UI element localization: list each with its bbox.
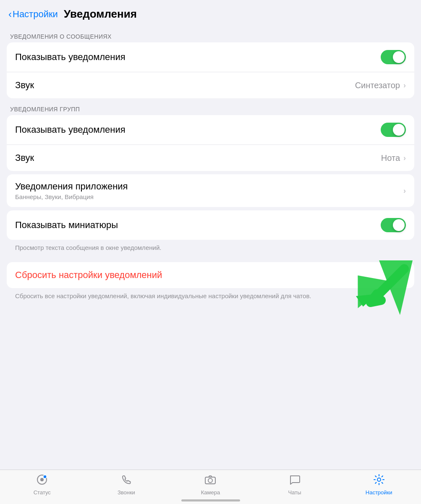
svg-point-8 (377, 478, 381, 481)
show-notifications-messages-toggle[interactable] (381, 50, 406, 64)
tab-settings[interactable]: Настройки (337, 473, 421, 496)
reset-card: Сбросить настройки уведомлений (7, 262, 414, 288)
home-indicator (181, 499, 240, 501)
sound-groups-row[interactable]: Звук Нота › (7, 145, 414, 171)
sound-messages-label: Звук (15, 80, 34, 91)
sound-messages-right: Синтезатор › (355, 81, 406, 90)
sound-groups-right: Нота › (381, 153, 406, 163)
tab-chats-label: Чаты (288, 489, 301, 496)
toggle-knob-2 (393, 124, 405, 136)
sound-messages-row[interactable]: Звук Синтезатор › (7, 72, 414, 98)
header: ‹ Настройки Уведомления (0, 0, 421, 25)
chats-icon (288, 473, 301, 488)
sound-messages-value: Синтезатор (355, 81, 400, 90)
back-chevron-icon: ‹ (8, 9, 12, 19)
show-thumbnails-toggle[interactable] (381, 218, 406, 232)
section-header-messages: УВЕДОМЛЕНИЯ О СООБЩЕНИЯХ (0, 29, 421, 42)
reset-desc: Сбросить все настройки уведомлений, вклю… (7, 288, 414, 307)
sound-groups-value: Нота (381, 153, 400, 163)
tab-settings-label: Настройки (366, 489, 392, 496)
app-notifications-row[interactable]: Уведомления приложения Баннеры, Звуки, В… (7, 174, 414, 207)
toggle-knob (393, 51, 405, 63)
back-label[interactable]: Настройки (13, 9, 58, 20)
chevron-right-icon: › (403, 81, 406, 90)
app-notifications-group: Уведомления приложения Баннеры, Звуки, В… (7, 174, 414, 207)
settings-group-groups: Показывать уведомления Звук Нота › (7, 115, 414, 171)
page-title: Уведомления (64, 8, 137, 21)
show-thumbnails-desc: Просмотр текста сообщения в окне уведомл… (7, 240, 414, 259)
tab-calls-label: Звонки (118, 489, 135, 496)
show-notifications-groups-toggle[interactable] (381, 123, 406, 137)
back-button[interactable]: ‹ Настройки (8, 9, 58, 20)
chevron-right-icon-3: › (403, 186, 406, 195)
toggle-knob-3 (393, 219, 405, 231)
calls-icon (120, 473, 133, 488)
svg-point-4 (40, 478, 44, 481)
show-thumbnails-group: Показывать миниатюры (7, 210, 414, 240)
svg-point-5 (43, 475, 47, 478)
tab-bar: Статус Звонки Камера (0, 470, 421, 504)
tab-chats[interactable]: Чаты (253, 473, 337, 496)
show-thumbnails-section: Показывать миниатюры Просмотр текста соо… (7, 210, 414, 259)
sound-groups-label: Звук (15, 152, 34, 163)
app-notifications-subtitle: Баннеры, Звуки, Вибрация (15, 193, 128, 200)
tab-camera-label: Камера (201, 489, 220, 496)
show-thumbnails-label: Показывать миниатюры (15, 220, 118, 231)
app-notifications-label: Уведомления приложения (15, 181, 128, 192)
tab-status[interactable]: Статус (0, 473, 84, 496)
show-notifications-groups-label: Показывать уведомления (15, 124, 126, 135)
settings-group-messages: Показывать уведомления Звук Синтезатор › (7, 42, 414, 98)
tab-camera[interactable]: Камера (168, 473, 253, 496)
app-notifications-right: › (403, 186, 406, 195)
settings-icon (373, 473, 385, 488)
reset-row[interactable]: Сбросить настройки уведомлений (7, 262, 414, 288)
app-notifications-left: Уведомления приложения Баннеры, Звуки, В… (15, 181, 128, 200)
content-area: УВЕДОМЛЕНИЯ О СООБЩЕНИЯХ Показывать увед… (0, 25, 421, 313)
camera-icon (204, 473, 217, 488)
status-icon (36, 473, 48, 488)
phone-frame: ‹ Настройки Уведомления УВЕДОМЛЕНИЯ О СО… (0, 0, 421, 504)
section-header-groups: УВЕДОМЛЕНИЯ ГРУПП (0, 102, 421, 115)
show-notifications-groups-row: Показывать уведомления (7, 115, 414, 145)
show-thumbnails-row: Показывать миниатюры (7, 210, 414, 240)
show-notifications-messages-row: Показывать уведомления (7, 42, 414, 72)
reset-section: Сбросить настройки уведомлений Сбросить … (7, 262, 414, 307)
tab-calls[interactable]: Звонки (84, 473, 169, 496)
show-notifications-messages-label: Показывать уведомления (15, 52, 126, 63)
reset-label[interactable]: Сбросить настройки уведомлений (15, 270, 162, 280)
chevron-right-icon-2: › (403, 154, 406, 163)
svg-point-7 (208, 478, 212, 483)
tab-status-label: Статус (34, 489, 51, 496)
